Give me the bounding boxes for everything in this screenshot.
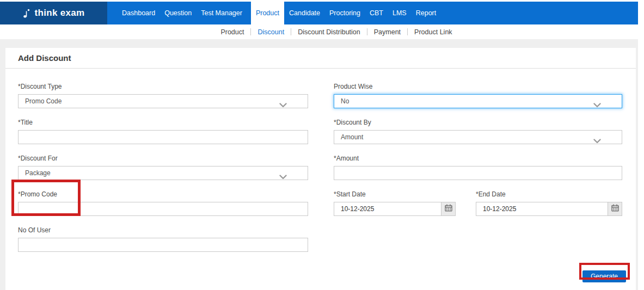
calendar-icon [445,204,452,214]
title-input[interactable] [18,130,308,144]
product-sub-navigation: Product Discount Discount Distribution P… [0,24,638,39]
promo-code-field: *Promo Code [18,190,308,216]
start-date-field: *Start Date 10-12-2025 [334,190,456,216]
end-date-field: *End Date 10-12-2025 [476,190,622,216]
product-wise-select[interactable]: No [334,94,622,108]
end-date-input[interactable]: 10-12-2025 [476,202,608,215]
chevron-down-icon [593,135,601,140]
end-date-calendar-button[interactable] [608,202,622,215]
title-label: *Title [18,119,308,126]
start-date-label: *Start Date [334,190,456,198]
calendar-icon [611,204,619,214]
form-actions: Generate [18,270,622,282]
generate-button[interactable]: Generate [582,270,626,282]
amount-field: *Amount [334,155,622,180]
discount-type-field: *Discount Type Promo Code [18,83,308,108]
nav-items: Dashboard Question Test Manager Product … [107,2,445,24]
empty-cell [334,226,622,262]
discount-type-select[interactable]: Promo Code [18,94,308,108]
amount-label: *Amount [334,155,622,162]
discount-for-value: Package [25,169,51,177]
end-date-label: *End Date [476,190,622,198]
discount-by-select[interactable]: Amount [334,130,622,144]
promo-code-input[interactable] [18,202,308,216]
think-exam-logo[interactable]: think exam [0,2,107,24]
nav-item-proctoring[interactable]: Proctoring [329,2,361,24]
subnav-item-discount-distribution[interactable]: Discount Distribution [298,28,360,36]
nav-item-report[interactable]: Report [415,2,437,24]
no-of-user-field: No Of User [18,226,308,252]
start-date-calendar-button[interactable] [441,202,455,215]
chevron-down-icon [593,99,601,104]
panel-title-row: Add Discount [5,48,636,69]
nav-item-lms[interactable]: LMS [392,2,407,24]
add-discount-form: *Discount Type Promo Code Product Wise N… [5,69,636,282]
subnav-separator [407,28,408,35]
nav-item-dashboard[interactable]: Dashboard [121,2,156,24]
subnav-separator [367,28,367,35]
product-wise-label: Product Wise [334,83,622,90]
vertical-scrollbar[interactable] [638,0,644,290]
product-wise-field: Product Wise No [334,83,622,108]
amount-input[interactable] [334,166,622,180]
subnav-separator [291,28,291,35]
nav-item-product[interactable]: Product [251,2,284,24]
dates-field: *Start Date 10-12-2025 [334,190,622,216]
music-note-icon [23,8,32,18]
nav-item-cbt[interactable]: CBT [369,2,384,24]
discount-by-label: *Discount By [334,119,622,126]
discount-for-label: *Discount For [18,155,308,162]
title-field: *Title [18,119,308,144]
chevron-down-icon [279,99,287,104]
subnav-item-product-link[interactable]: Product Link [414,28,452,36]
subnav-separator [250,28,251,35]
add-discount-panel: Add Discount *Discount Type Promo Code [5,48,636,290]
page-title: Add Discount [18,53,71,63]
chevron-down-icon [279,171,287,176]
subnav-item-payment[interactable]: Payment [374,28,401,36]
product-wise-value: No [341,97,349,105]
promo-code-label: *Promo Code [18,190,308,198]
nav-item-question[interactable]: Question [164,2,192,24]
subnav-item-product[interactable]: Product [220,28,244,36]
nav-item-candidate[interactable]: Candidate [289,2,321,24]
discount-type-value: Promo Code [25,97,62,105]
discount-by-field: *Discount By Amount [334,119,622,144]
discount-for-field: *Discount For Package [18,155,308,180]
page: think exam Dashboard Question Test Manag… [0,0,638,290]
no-of-user-input[interactable] [18,238,308,252]
no-of-user-label: No Of User [18,226,308,234]
start-date-input[interactable]: 10-12-2025 [334,202,441,215]
nav-item-test-manager[interactable]: Test Manager [200,2,243,24]
subnav-item-discount[interactable]: Discount [257,28,284,36]
discount-type-label: *Discount Type [18,83,308,90]
content-area: Add Discount *Discount Type Promo Code [0,39,638,290]
top-navigation-bar: think exam Dashboard Question Test Manag… [0,2,638,24]
discount-by-value: Amount [341,133,363,141]
logo-text: think exam [35,8,85,18]
discount-for-select[interactable]: Package [18,166,308,180]
